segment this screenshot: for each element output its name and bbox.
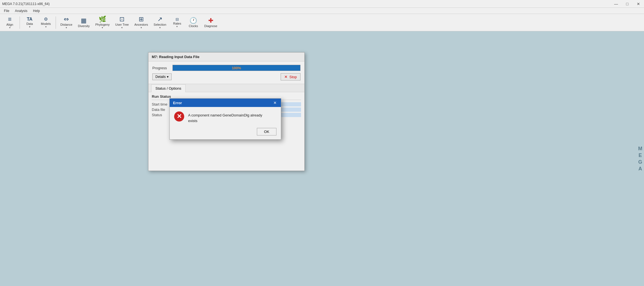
menu-help[interactable]: Help (30, 8, 43, 13)
side-letter-e: E (637, 152, 643, 158)
details-button[interactable]: Details ▾ (152, 73, 172, 80)
models-arrow: ▾ (45, 25, 47, 28)
progress-label: Progress (152, 66, 169, 70)
stop-button[interactable]: ✕ Stop (281, 73, 300, 80)
toolbar-phylogeny[interactable]: 🌿 Phylogeny ▾ (93, 15, 112, 30)
progress-section: Progress 100% Details ▾ ✕ Stop (148, 61, 304, 84)
models-label: Models (41, 22, 51, 25)
window-controls: — □ ✕ (610, 0, 644, 8)
toolbar-models[interactable]: ⚙ Models ▾ (38, 15, 53, 30)
phylogeny-label: Phylogeny (95, 23, 110, 26)
error-message-line1: A component named GeneDomainDlg already (188, 113, 262, 117)
toolbar-align[interactable]: ≡ Align ▾ (2, 15, 17, 30)
selection-arrow: ▾ (159, 26, 161, 29)
error-x-icon: ✕ (177, 113, 182, 120)
error-title-text: Error (173, 101, 182, 105)
error-close-button[interactable]: ✕ (273, 100, 278, 105)
selection-label: Selection (154, 23, 166, 26)
toolbar-data[interactable]: TA Data ▾ (22, 15, 37, 30)
user-tree-arrow: ▾ (121, 26, 123, 29)
error-dialog-body: ✕ A component named GeneDomainDlg alread… (170, 107, 281, 126)
ancestors-arrow: ▾ (141, 26, 142, 29)
sep1 (20, 16, 20, 29)
rates-arrow: ▾ (176, 25, 178, 28)
user-tree-label: User Tree (115, 23, 129, 26)
side-letter-m: M (637, 146, 643, 151)
title-bar: MEGA 7.0.21(7161111-x86_64) — □ ✕ (0, 0, 644, 8)
app-title: MEGA 7.0.21(7161111-x86_64) (2, 2, 49, 6)
error-dialog-title-bar: Error ✕ (170, 99, 281, 107)
toolbar-rates[interactable]: ⊟ Rates ▾ (170, 15, 185, 30)
minimize-button[interactable]: — (610, 0, 622, 8)
maximize-button[interactable]: □ (622, 0, 633, 8)
progress-dialog-title: M7: Reading Input Data File (148, 53, 304, 61)
side-text: M E G A (636, 31, 644, 286)
toolbar-ancestors[interactable]: ⊞ Ancestors ▾ (132, 15, 150, 30)
side-letter-a: A (637, 166, 643, 171)
toolbar: ≡ Align ▾ TA Data ▾ ⚙ Models ▾ ⇔ Distanc… (0, 14, 644, 31)
tab-bar: Status / Options (148, 84, 304, 92)
error-message-line2: exists (188, 119, 197, 123)
progress-bar-text: 100% (173, 65, 300, 71)
data-icon: TA (27, 17, 32, 22)
phylogeny-icon: 🌿 (99, 16, 106, 22)
diversity-label: Diversity (78, 24, 90, 28)
clocks-icon: 🕐 (190, 18, 197, 24)
error-icon: ✕ (174, 111, 184, 121)
ok-button[interactable]: OK (257, 128, 276, 135)
rates-label: Rates (173, 22, 181, 25)
toolbar-diversity[interactable]: ▦ Diversity (76, 15, 92, 30)
diagnose-label: Diagnose (204, 24, 217, 28)
align-icon: ≡ (8, 16, 12, 22)
menu-analysis[interactable]: Analysis (12, 8, 30, 13)
ancestors-label: Ancestors (134, 23, 148, 26)
selection-icon: ↗ (157, 16, 162, 22)
error-message: A component named GeneDomainDlg already … (188, 111, 262, 123)
menu-bar: File Analysis Help (0, 8, 644, 14)
data-label: Data (26, 22, 33, 25)
distance-label: Distance (60, 23, 72, 26)
ancestors-icon: ⊞ (139, 16, 144, 22)
toolbar-user-tree[interactable]: ⊡ User Tree ▾ (113, 15, 131, 30)
toolbar-clocks[interactable]: 🕐 Clocks (186, 15, 201, 30)
details-arrow: ▾ (167, 75, 169, 79)
tab-status-options[interactable]: Status / Options (151, 84, 186, 92)
side-letter-g: G (637, 159, 643, 165)
main-area: M7: Reading Input Data File Progress 100… (0, 31, 644, 286)
toolbar-selection[interactable]: ↗ Selection ▾ (151, 15, 169, 30)
clocks-label: Clocks (189, 24, 198, 28)
menu-file[interactable]: File (1, 8, 12, 13)
close-button[interactable]: ✕ (633, 0, 644, 8)
error-dialog: Error ✕ ✕ A component named GeneDomainDl… (169, 98, 281, 140)
sep2 (56, 16, 56, 29)
stop-label: Stop (289, 75, 297, 79)
progress-buttons: Details ▾ ✕ Stop (152, 73, 300, 80)
details-label: Details (155, 75, 166, 79)
diagnose-icon: ✚ (208, 18, 213, 24)
align-arrow: ▾ (9, 26, 11, 29)
rates-icon: ⊟ (176, 17, 179, 21)
distance-arrow: ▾ (66, 26, 67, 29)
toolbar-diagnose[interactable]: ✚ Diagnose (202, 15, 219, 30)
toolbar-distance[interactable]: ⇔ Distance ▾ (58, 15, 75, 30)
progress-bar-container: 100% (172, 65, 300, 71)
progress-row: Progress 100% (152, 65, 300, 71)
error-dialog-footer: OK (170, 126, 281, 139)
models-icon: ⚙ (44, 17, 48, 22)
diversity-icon: ▦ (81, 18, 87, 24)
stop-icon: ✕ (284, 75, 288, 79)
phylogeny-arrow: ▾ (102, 26, 103, 29)
user-tree-icon: ⊡ (119, 16, 124, 22)
align-label: Align (6, 23, 13, 26)
data-arrow: ▾ (29, 25, 30, 28)
distance-icon: ⇔ (64, 16, 69, 22)
